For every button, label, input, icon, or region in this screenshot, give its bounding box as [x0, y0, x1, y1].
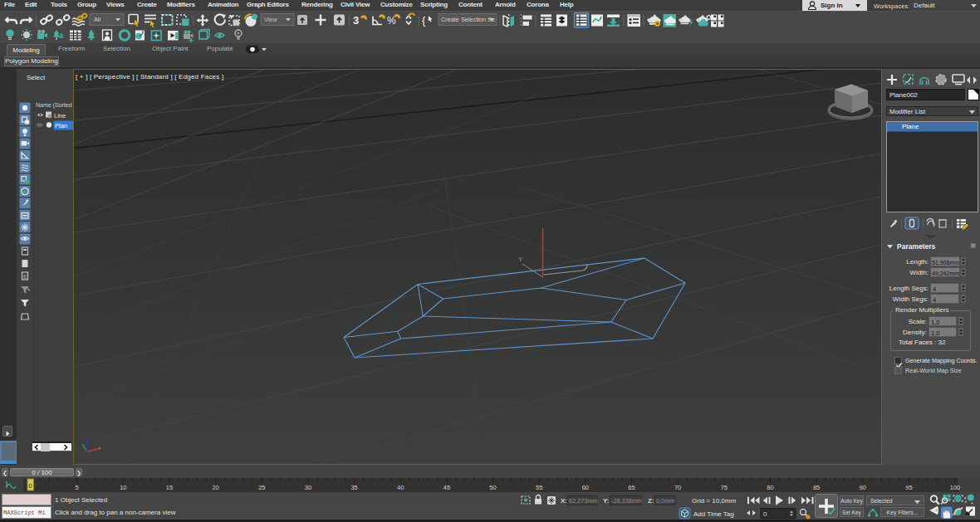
svg-text:20: 20	[212, 484, 218, 491]
svg-text:35: 35	[350, 484, 357, 491]
svg-text:45: 45	[443, 484, 450, 491]
svg-text:55: 55	[536, 484, 542, 491]
svg-text:62,273mm: 62,273mm	[569, 497, 597, 505]
svg-text:15: 15	[166, 484, 173, 491]
svg-text:0,0mm: 0,0mm	[656, 497, 674, 505]
svg-text:3: 3	[353, 14, 359, 27]
svg-text:All: All	[94, 16, 100, 23]
svg-text:50: 50	[489, 484, 496, 491]
svg-text:0: 0	[763, 510, 767, 518]
svg-text:60: 60	[582, 484, 589, 491]
svg-text:10: 10	[120, 484, 126, 491]
svg-text:80: 80	[767, 484, 773, 491]
svg-text:100: 100	[950, 484, 961, 491]
svg-text:Z:: Z:	[648, 497, 654, 505]
svg-text:65: 65	[628, 484, 635, 491]
svg-text:E: E	[23, 274, 27, 280]
svg-text:{: {	[422, 14, 426, 27]
svg-text:Y: Y	[518, 256, 523, 263]
svg-text:Add Time Tag: Add Time Tag	[693, 510, 734, 518]
svg-text:Create Selection Se: Create Selection Se	[441, 16, 495, 23]
svg-text:Y:: Y:	[603, 497, 609, 505]
svg-text:0: 0	[29, 482, 32, 490]
svg-text:90: 90	[860, 484, 866, 491]
svg-text:-28,338mm: -28,338mm	[611, 497, 642, 505]
svg-text:View: View	[264, 16, 277, 23]
svg-text:Grid = 10,0mm: Grid = 10,0mm	[692, 497, 736, 505]
svg-text:30: 30	[305, 484, 311, 491]
svg-text:Plan: Plan	[55, 122, 67, 129]
svg-text:X:: X:	[561, 497, 567, 505]
svg-text:70: 70	[674, 484, 681, 491]
svg-text:5: 5	[76, 484, 79, 491]
svg-text:25: 25	[258, 484, 265, 491]
svg-text:95: 95	[905, 484, 912, 491]
svg-text:Line: Line	[54, 112, 66, 120]
svg-text:40: 40	[397, 484, 404, 491]
svg-text:75: 75	[721, 484, 728, 491]
svg-text:85: 85	[813, 484, 820, 491]
svg-text:Name (Sorted /: Name (Sorted /	[36, 102, 73, 109]
